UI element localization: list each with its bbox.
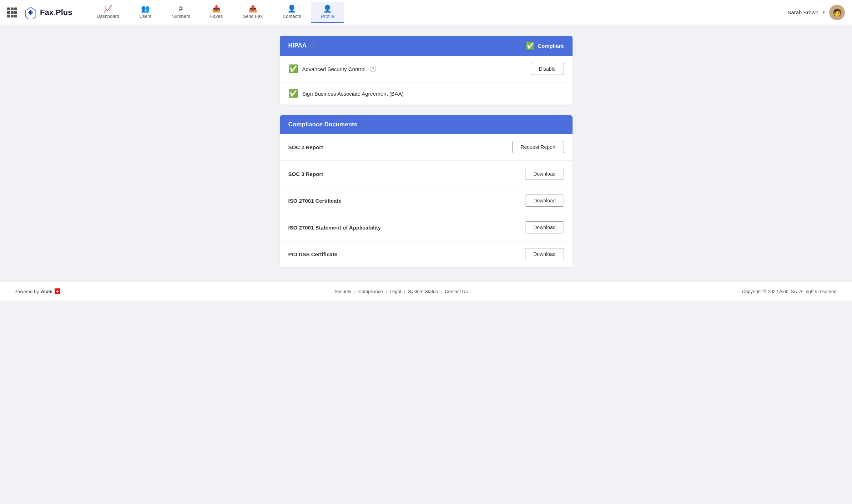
page-footer: Powered by Alohi Security | Compliance |… (0, 282, 852, 301)
users-icon: 👥 (141, 5, 150, 12)
hipaa-status: ✅ Compliant (526, 41, 564, 50)
nav-label-faxes: Faxes (210, 14, 223, 19)
send-fax-icon: 📤 (248, 5, 257, 12)
compliance-row-iso27001-cert: ISO 27001 Certificate Download (280, 187, 573, 214)
iso27001-soa-label: ISO 27001 Statement of Applicability (288, 225, 381, 231)
baa-left: ✅ Sign Business Associate Agreement (BAA… (288, 90, 404, 97)
soc2-label: SOC 2 Report (288, 144, 323, 150)
nav-item-faxes[interactable]: 📥 Faxes (200, 2, 233, 23)
compliance-card: Compliance Documents SOC 2 Report Reques… (280, 115, 573, 267)
nav-item-contacts[interactable]: 👤 Contacts (273, 2, 311, 23)
compliance-row-soc3: SOC 3 Report Download (280, 161, 573, 187)
dashboard-icon: 📈 (104, 5, 112, 12)
advanced-security-left: ✅ Advanced Security Control ? (288, 65, 377, 73)
nav-right: Sarah Brown ▼ 🧑 (787, 5, 845, 20)
hipaa-row-advanced-security: ✅ Advanced Security Control ? Disable (280, 56, 573, 82)
main-content: HIPAA ? ✅ Compliant ✅ Advanced Security … (273, 36, 580, 267)
nav-menu: 📈 Dashboard 👥 Users # Numbers 📥 Faxes 📤 … (87, 2, 344, 23)
hipaa-title: HIPAA (288, 42, 307, 49)
nav-label-dashboard: Dashboard (97, 14, 120, 19)
nav-left: Fax.Plus (7, 6, 72, 19)
nav-item-numbers[interactable]: # Numbers (161, 2, 200, 23)
compliance-title: Compliance Documents (288, 121, 358, 128)
footer-link-system-status[interactable]: System Status (408, 289, 438, 294)
compliance-header: Compliance Documents (280, 115, 573, 134)
hipaa-header: HIPAA ? ✅ Compliant (280, 36, 573, 56)
advanced-security-check-icon: ✅ (288, 65, 298, 73)
soc3-label: SOC 3 Report (288, 171, 323, 177)
disable-button[interactable]: Disable (531, 63, 564, 75)
nav-label-send-fax: Send Fax (243, 14, 263, 19)
compliance-row-pci-dss: PCI DSS Certificate Download (280, 241, 573, 267)
soc3-download-button[interactable]: Download (525, 168, 564, 180)
nav-label-numbers: Numbers (171, 14, 190, 19)
footer-link-security[interactable]: Security (334, 289, 351, 294)
pci-dss-download-button[interactable]: Download (525, 248, 564, 260)
nav-item-dashboard[interactable]: 📈 Dashboard (87, 2, 130, 23)
user-dropdown-arrow[interactable]: ▼ (822, 10, 826, 14)
footer-link-legal[interactable]: Legal (390, 289, 401, 294)
user-avatar[interactable]: 🧑 (829, 5, 845, 20)
footer-link-contact-us[interactable]: Contact Us (445, 289, 468, 294)
footer-link-compliance[interactable]: Compliance (358, 289, 383, 294)
hipaa-row-baa: ✅ Sign Business Associate Agreement (BAA… (280, 82, 573, 105)
logo-text: Fax.Plus (40, 8, 72, 17)
compliant-check-icon: ✅ (526, 41, 535, 50)
baa-check-icon: ✅ (288, 90, 298, 97)
numbers-icon: # (179, 5, 183, 12)
nav-item-send-fax[interactable]: 📤 Send Fax (233, 2, 273, 23)
alohi-logo-text: Alohi (41, 289, 53, 294)
compliance-row-soc2: SOC 2 Report Request Report (280, 134, 573, 161)
faxes-icon: 📥 (212, 5, 221, 12)
profile-icon: 👤 (323, 5, 332, 12)
advanced-security-label: Advanced Security Control (302, 66, 366, 72)
baa-label: Sign Business Associate Agreement (BAA) (302, 91, 404, 97)
logo[interactable]: Fax.Plus (24, 6, 72, 19)
hipaa-title-group: HIPAA ? (288, 42, 317, 49)
hipaa-status-label: Compliant (538, 43, 564, 49)
apps-grid-icon[interactable] (7, 7, 17, 17)
nav-item-users[interactable]: 👥 Users (129, 2, 161, 23)
iso27001-cert-label: ISO 27001 Certificate (288, 198, 342, 204)
footer-left: Powered by Alohi (14, 288, 60, 294)
hipaa-help-icon[interactable]: ? (310, 42, 317, 49)
compliance-title-group: Compliance Documents (288, 121, 358, 128)
contacts-icon: 👤 (287, 5, 296, 12)
request-report-button[interactable]: Request Report (512, 141, 564, 153)
nav-label-profile: Profile (321, 14, 334, 19)
user-name-label: Sarah Brown (787, 9, 818, 15)
iso27001-cert-download-button[interactable]: Download (525, 195, 564, 207)
iso27001-soa-download-button[interactable]: Download (525, 221, 564, 233)
compliance-row-iso27001-soa: ISO 27001 Statement of Applicability Dow… (280, 214, 573, 241)
top-navigation: Fax.Plus 📈 Dashboard 👥 Users # Numbers 📥… (0, 0, 852, 25)
footer-links: Security | Compliance | Legal | System S… (334, 289, 468, 294)
nav-label-users: Users (139, 14, 151, 19)
hipaa-card: HIPAA ? ✅ Compliant ✅ Advanced Security … (280, 36, 573, 105)
advanced-security-help-icon[interactable]: ? (370, 66, 376, 72)
pci-dss-label: PCI DSS Certificate (288, 251, 338, 257)
swiss-flag-icon (55, 288, 60, 294)
powered-by-text: Powered by (14, 289, 39, 294)
nav-item-profile[interactable]: 👤 Profile (311, 2, 344, 23)
nav-label-contacts: Contacts (283, 14, 301, 19)
footer-copyright: Copyright © 2022 Alohi SA. All rights re… (742, 289, 838, 294)
